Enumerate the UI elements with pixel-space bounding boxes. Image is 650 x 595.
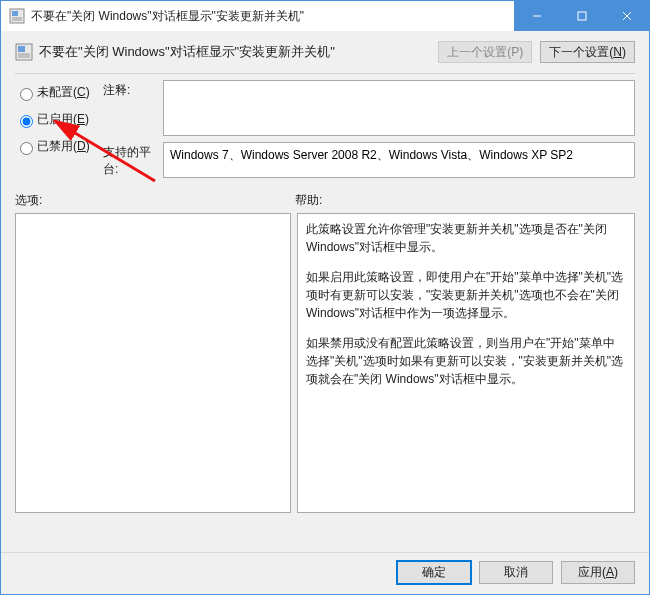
titlebar: 不要在"关闭 Windows"对话框显示"安装更新并关机" <box>1 1 649 31</box>
minimize-button[interactable] <box>514 1 559 31</box>
options-label: 选项: <box>15 192 295 209</box>
help-paragraph: 如果启用此策略设置，即使用户在"开始"菜单中选择"关机"选项时有更新可以安装，"… <box>306 268 626 322</box>
window-title: 不要在"关闭 Windows"对话框显示"安装更新并关机" <box>31 8 304 25</box>
svg-rect-2 <box>12 17 22 21</box>
apply-button[interactable]: 应用(A) <box>561 561 635 584</box>
radio-disabled-input[interactable] <box>20 142 33 155</box>
radio-not-configured[interactable]: 未配置(C) <box>15 84 95 101</box>
svg-rect-4 <box>578 12 586 20</box>
close-button[interactable] <box>604 1 649 31</box>
supported-platforms-value: Windows 7、Windows Server 2008 R2、Windows… <box>163 142 635 178</box>
help-pane: 此策略设置允许你管理"安装更新并关机"选项是否在"关闭 Windows"对话框中… <box>297 213 635 513</box>
radio-enabled-input[interactable] <box>20 115 33 128</box>
ok-button[interactable]: 确定 <box>397 561 471 584</box>
previous-setting-button[interactable]: 上一个设置(P) <box>438 41 532 63</box>
help-label: 帮助: <box>295 192 322 209</box>
options-pane <box>15 213 291 513</box>
help-paragraph: 此策略设置允许你管理"安装更新并关机"选项是否在"关闭 Windows"对话框中… <box>306 220 626 256</box>
help-paragraph: 如果禁用或没有配置此策略设置，则当用户在"开始"菜单中选择"关机"选项时如果有更… <box>306 334 626 388</box>
divider <box>15 73 635 74</box>
cancel-button[interactable]: 取消 <box>479 561 553 584</box>
comment-label: 注释: <box>103 80 163 136</box>
next-setting-button[interactable]: 下一个设置(N) <box>540 41 635 63</box>
supported-platforms-label: 支持的平台: <box>103 142 163 178</box>
radio-disabled[interactable]: 已禁用(D) <box>15 138 95 155</box>
radio-not-configured-input[interactable] <box>20 88 33 101</box>
policy-icon <box>15 43 33 61</box>
policy-icon <box>9 8 25 24</box>
svg-rect-8 <box>18 46 25 52</box>
policy-title: 不要在"关闭 Windows"对话框显示"安装更新并关机" <box>39 43 335 61</box>
radio-enabled[interactable]: 已启用(E) <box>15 111 95 128</box>
maximize-button[interactable] <box>559 1 604 31</box>
svg-rect-1 <box>12 11 18 16</box>
svg-rect-9 <box>18 53 30 58</box>
comment-input[interactable] <box>163 80 635 136</box>
